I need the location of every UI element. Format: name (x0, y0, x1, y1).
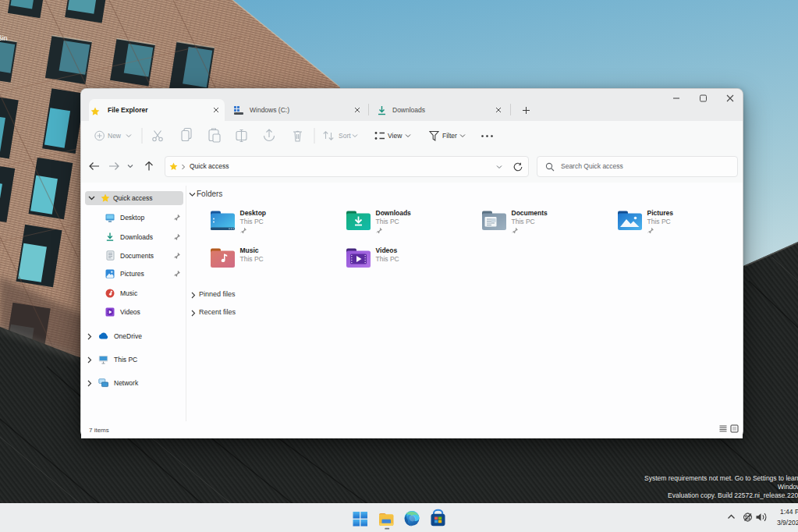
svg-text:ßin: ßin (0, 34, 8, 42)
